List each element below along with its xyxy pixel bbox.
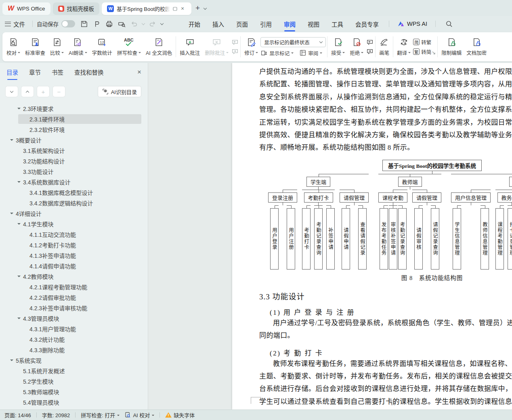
spell-check-status[interactable]: 拼写检查: 打开 xyxy=(81,411,120,419)
wps-ai-button[interactable]: WPS AI xyxy=(397,21,427,27)
traditional-to-simplified-button[interactable]: 繁 转简 xyxy=(413,48,431,56)
toc-expand-button[interactable]: + xyxy=(37,86,49,97)
sidebar-toc-item[interactable]: 4.2.2请假审批功能 xyxy=(0,292,143,303)
export-pdf-button[interactable] xyxy=(92,20,101,28)
sidebar-toc-item[interactable]: 4.2.3补签申请审核功能 xyxy=(0,303,143,313)
toc-collapse-triangle-icon[interactable] xyxy=(17,181,21,184)
document-canvas[interactable]: 户提供互动沟通的平台。系统管理模块则更为全面，涉及个人信息管理、用户权限管理系统… xyxy=(148,63,512,410)
sidebar-toc-item[interactable]: 4.2教师模块 xyxy=(0,271,143,282)
file-menu[interactable]: 文件 xyxy=(5,20,28,28)
compare-button[interactable]: 比较 xyxy=(48,36,66,58)
split-window-icon[interactable] xyxy=(173,6,178,11)
sidebar-toc-item[interactable]: 4.1.4请假申请功能 xyxy=(0,261,143,271)
encrypt-document-button[interactable]: 文档加密 xyxy=(464,36,489,58)
sidebar-toc-item[interactable]: 5.1系统开发概述 xyxy=(0,366,143,376)
ai-read-aloud-button[interactable]: AI朗读 xyxy=(66,36,90,58)
toc-collapse-triangle-icon[interactable] xyxy=(17,108,21,111)
previous-change-button[interactable] xyxy=(366,39,374,46)
menu-reference[interactable]: 引用 xyxy=(254,17,278,31)
markup-state-select[interactable]: 显示标记的最终状态 xyxy=(260,37,326,47)
sidebar-toc-item[interactable]: 2.3环境要求 xyxy=(0,103,143,114)
menu-tools[interactable]: 工具 xyxy=(325,17,349,31)
print-preview-button[interactable] xyxy=(118,20,126,28)
proofread-button[interactable]: 校对 xyxy=(4,36,23,58)
sidebar-toc-item[interactable]: 3概要设计 xyxy=(0,135,143,145)
sidebar-toc-item[interactable]: 3.4系统数据库设计 xyxy=(0,177,143,187)
document-page[interactable]: 户提供互动沟通的平台。系统管理模块则更为全面，涉及个人信息管理、用户权限管理系统… xyxy=(232,63,512,410)
ai-recognize-toc-button[interactable]: AI识别目录 xyxy=(98,86,141,97)
sidebar-tab-chapters[interactable]: 章节 xyxy=(29,68,41,80)
print-button[interactable] xyxy=(105,20,113,28)
menu-view[interactable]: 视图 xyxy=(302,17,325,31)
sidebar-toc-item[interactable]: 4.1学生模块 xyxy=(0,219,143,229)
ai-polish-button[interactable]: AI 全文润色 xyxy=(143,36,174,58)
toc-next-button[interactable] xyxy=(6,86,18,97)
toc-previous-button[interactable] xyxy=(21,86,34,97)
close-sidebar-icon[interactable]: × xyxy=(137,68,141,79)
toc-collapse-triangle-icon[interactable] xyxy=(10,139,13,142)
undo-button[interactable] xyxy=(130,20,138,28)
next-change-button[interactable] xyxy=(366,48,374,55)
sidebar-toc-item[interactable]: 2.3.1硬件环境 xyxy=(0,114,143,124)
standard-review-button[interactable]: 标准审查 xyxy=(23,36,48,58)
tab-document[interactable]: W 基于Spring Boot的校园学生 × xyxy=(102,2,191,15)
redo-chevron-icon[interactable] xyxy=(160,21,164,25)
ink-pen-button[interactable]: 画笔 xyxy=(377,36,392,58)
delete-comment-button[interactable]: 删除批注 xyxy=(202,36,231,58)
toc-collapse-triangle-icon[interactable] xyxy=(10,359,13,363)
menu-insert[interactable]: 插入 xyxy=(206,17,230,31)
review-pane-button[interactable]: 审阅 xyxy=(299,49,322,57)
insert-comment-button[interactable]: 插入批注 xyxy=(177,36,202,58)
search-icon[interactable] xyxy=(445,20,453,28)
track-changes-button[interactable]: 修订 xyxy=(242,36,260,58)
previous-comment-button[interactable] xyxy=(231,39,239,46)
spell-check-button[interactable]: ABC 拼写检查 xyxy=(115,36,143,58)
menu-member[interactable]: 会员专享 xyxy=(349,17,385,31)
show-markup-button[interactable]: 显示标记 xyxy=(260,49,294,57)
toc-collapse-triangle-icon[interactable] xyxy=(10,213,13,216)
accept-change-button[interactable]: 接受 xyxy=(329,36,347,58)
sidebar-tab-contents[interactable]: 目录 xyxy=(6,68,18,80)
tab-wps-office[interactable]: W WPS Office xyxy=(2,2,50,15)
sidebar-toc-item[interactable]: 3.2功能结构设计 xyxy=(0,156,143,166)
sidebar-toc-item[interactable]: 4.3.1用户管理功能 xyxy=(0,324,143,334)
sidebar-toc-item[interactable]: 3.4.1数据库概念模型设计 xyxy=(0,187,143,198)
sidebar-toc-item[interactable]: 5.3教师端模块 xyxy=(0,387,143,397)
toc-collapse-triangle-icon[interactable] xyxy=(17,318,21,321)
sidebar-toc-item[interactable]: 5.4管理员模块 xyxy=(0,397,143,407)
missing-font-warning[interactable]: ! 缺失字体 xyxy=(165,411,195,419)
sidebar-toc-item[interactable]: 4详细设计 xyxy=(0,208,143,219)
sidebar-toc-item[interactable]: 4.3管理员模块 xyxy=(0,313,143,324)
sidebar-toc-item[interactable]: 4.1.1互动交流功能 xyxy=(0,229,143,240)
toc-collapse-triangle-icon[interactable] xyxy=(17,276,21,279)
sidebar-toc-item[interactable]: 4.3.3删除功能 xyxy=(0,345,143,355)
sidebar-tab-find-replace[interactable]: 查找和替换 xyxy=(74,68,104,80)
sidebar-toc-item[interactable]: 5.2学生模块 xyxy=(0,376,143,387)
simplified-to-traditional-button[interactable]: 简 转繁 xyxy=(413,38,431,46)
save-button[interactable] xyxy=(80,20,88,28)
tab-list-chevron-icon[interactable] xyxy=(204,6,207,9)
sidebar-toc-item[interactable]: 4.2.1课程考勤管理功能 xyxy=(0,282,143,292)
restrict-editing-button[interactable]: 限制编辑 xyxy=(439,36,464,58)
ai-proofread-status[interactable]: AI 校对 xyxy=(125,411,154,419)
translate-button[interactable]: 翻译 xyxy=(394,36,413,58)
sidebar-toc-item[interactable]: 4.1.2考勤打卡功能 xyxy=(0,240,143,250)
sidebar-toc-item[interactable]: 5系统实现 xyxy=(0,355,143,366)
word-count-button[interactable]: 12 字数统计 xyxy=(90,36,115,58)
sidebar-toc-item[interactable]: 4.1.3补签申请功能 xyxy=(0,250,143,261)
close-tab-icon[interactable]: × xyxy=(181,6,184,11)
dialog-launcher-icon[interactable] xyxy=(432,51,435,54)
menu-start[interactable]: 开始 xyxy=(183,17,206,31)
reject-change-button[interactable]: 拒绝 xyxy=(347,36,366,58)
undo-chevron-icon[interactable] xyxy=(142,21,145,25)
menu-review[interactable]: 审阅 xyxy=(278,17,302,31)
sidebar-toc-item[interactable]: 2.3.2软件环境 xyxy=(0,124,143,135)
tab-docer-templates[interactable]: 找稻壳模板 xyxy=(53,2,100,15)
next-comment-button[interactable] xyxy=(231,48,239,55)
sidebar-tab-bookmarks[interactable]: 书签 xyxy=(52,68,63,80)
new-tab-button[interactable]: + xyxy=(194,4,201,13)
sidebar-toc-item[interactable]: 4.3.2统计功能 xyxy=(0,334,143,345)
sidebar-toc-item[interactable]: 3.1系统架构设计 xyxy=(0,145,143,156)
autosave-toggle[interactable] xyxy=(61,20,75,27)
sidebar-toc-item[interactable]: 3.4.2数据库逻辑结构设计 xyxy=(0,198,143,208)
